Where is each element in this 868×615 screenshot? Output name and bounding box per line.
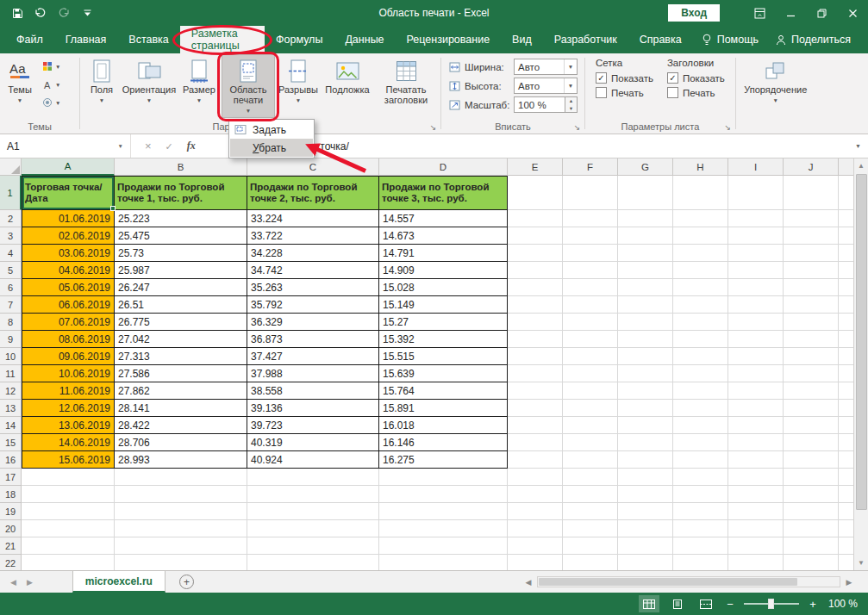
row-header-16[interactable]: 16 (0, 451, 22, 469)
scroll-left-icon[interactable]: ◀ (521, 578, 535, 587)
cell-F4[interactable] (563, 245, 618, 262)
fill-handle[interactable] (110, 206, 116, 211)
scroll-up-icon[interactable]: ▲ (854, 158, 868, 173)
cell-C7[interactable]: 35.792 (247, 296, 379, 314)
redo-icon[interactable] (58, 6, 70, 20)
row-header-6[interactable]: 6 (0, 279, 22, 296)
zoom-slider-thumb[interactable] (768, 599, 774, 609)
cell-C12[interactable]: 38.558 (247, 382, 379, 400)
cell-F11[interactable] (563, 365, 618, 382)
cell-J12[interactable] (784, 382, 839, 400)
cell-B5[interactable]: 25.987 (115, 262, 247, 279)
background-button[interactable]: Подложка (322, 54, 373, 118)
cell-F10[interactable] (563, 348, 618, 365)
cell[interactable] (839, 451, 853, 469)
cell-B6[interactable]: 26.247 (115, 279, 247, 296)
cell-G1[interactable] (618, 176, 673, 210)
cell-A5[interactable]: 04.06.2019 (22, 262, 115, 279)
cell-G3[interactable] (618, 227, 673, 245)
cell-G20[interactable] (618, 520, 673, 537)
cell-I11[interactable] (728, 365, 784, 382)
cell[interactable] (839, 262, 853, 279)
cell-F7[interactable] (563, 296, 618, 314)
cell-H16[interactable] (673, 451, 728, 469)
cell[interactable] (839, 314, 853, 331)
row-header-5[interactable]: 5 (0, 262, 22, 279)
cell-B19[interactable] (115, 503, 247, 520)
cell-D14[interactable]: 16.018 (379, 417, 508, 434)
cell-J21[interactable] (784, 537, 839, 555)
cell-E13[interactable] (508, 400, 563, 417)
cell-C20[interactable] (247, 520, 379, 537)
cell-H6[interactable] (673, 279, 728, 296)
cell-I18[interactable] (728, 486, 784, 503)
cell-F16[interactable] (563, 451, 618, 469)
cell-E1[interactable] (508, 176, 563, 210)
ribbon-tab-5[interactable]: Данные (334, 26, 395, 53)
row-header-4[interactable]: 4 (0, 245, 22, 262)
vertical-scrollbar-thumb[interactable] (856, 174, 867, 510)
zoom-out-icon[interactable]: − (724, 598, 736, 611)
ribbon-tab-6[interactable]: Рецензирование (396, 26, 502, 53)
cell-C13[interactable]: 39.136 (247, 400, 379, 417)
cell-A19[interactable] (22, 503, 115, 520)
cell-H22[interactable] (673, 555, 728, 570)
cell-J18[interactable] (784, 486, 839, 503)
cell-I21[interactable] (728, 537, 784, 555)
cell-C15[interactable]: 40.319 (247, 434, 379, 451)
new-sheet-button[interactable]: + (179, 575, 194, 589)
cell-G17[interactable] (618, 469, 673, 486)
cell-E6[interactable] (508, 279, 563, 296)
cell-F17[interactable] (563, 469, 618, 486)
row-header-10[interactable]: 10 (0, 348, 22, 365)
cell-A9[interactable]: 08.06.2019 (22, 331, 115, 348)
cell-J20[interactable] (784, 520, 839, 537)
cell-J9[interactable] (784, 331, 839, 348)
cell-J1[interactable] (784, 176, 839, 210)
row-header-17[interactable]: 17 (0, 469, 22, 486)
cell-F20[interactable] (563, 520, 618, 537)
cell-A10[interactable]: 09.06.2019 (22, 348, 115, 365)
help-button[interactable]: Помощь (693, 26, 767, 53)
column-header-I[interactable]: I (728, 158, 784, 176)
column-header-E[interactable]: E (508, 158, 563, 176)
view-normal-icon[interactable] (639, 595, 659, 612)
cell[interactable] (839, 555, 853, 570)
cell-D19[interactable] (379, 503, 508, 520)
cancel-icon[interactable]: × (145, 140, 152, 152)
cell-E9[interactable] (508, 331, 563, 348)
cell-G15[interactable] (618, 434, 673, 451)
height-setting-dropdown[interactable]: Авто▼ (514, 78, 578, 94)
cell-H20[interactable] (673, 520, 728, 537)
cell-J4[interactable] (784, 245, 839, 262)
cell-G5[interactable] (618, 262, 673, 279)
zoom-in-icon[interactable]: + (807, 598, 819, 611)
share-button[interactable]: Поделиться (767, 26, 859, 53)
cell-A13[interactable]: 12.06.2019 (22, 400, 115, 417)
scale-setting-spinner[interactable]: 100 %▲▼ (514, 96, 578, 113)
column-header-F[interactable]: F (563, 158, 618, 176)
cell-I22[interactable] (728, 555, 784, 570)
cell-A11[interactable]: 10.06.2019 (22, 365, 115, 382)
cell-C19[interactable] (247, 503, 379, 520)
cell-A18[interactable] (22, 486, 115, 503)
ribbon-tab-7[interactable]: Вид (501, 26, 543, 53)
cell-G7[interactable] (618, 296, 673, 314)
row-header-1[interactable]: 1 (0, 176, 22, 210)
cell-E22[interactable] (508, 555, 563, 570)
cell-G21[interactable] (618, 537, 673, 555)
cell-A2[interactable]: 01.06.2019 (22, 210, 115, 227)
cell-A14[interactable]: 13.06.2019 (22, 417, 115, 434)
cell-D16[interactable]: 16.275 (379, 451, 508, 469)
row-header-11[interactable]: 11 (0, 365, 22, 382)
cell[interactable] (839, 486, 853, 503)
ribbon-tab-8[interactable]: Разработчик (543, 26, 628, 53)
dialog-launcher-icon[interactable]: ↘ (571, 121, 583, 133)
cell-I7[interactable] (728, 296, 784, 314)
cell-J15[interactable] (784, 434, 839, 451)
cell-E14[interactable] (508, 417, 563, 434)
cell-I10[interactable] (728, 348, 784, 365)
cell-H11[interactable] (673, 365, 728, 382)
cell-F2[interactable] (563, 210, 618, 227)
cell-E10[interactable] (508, 348, 563, 365)
